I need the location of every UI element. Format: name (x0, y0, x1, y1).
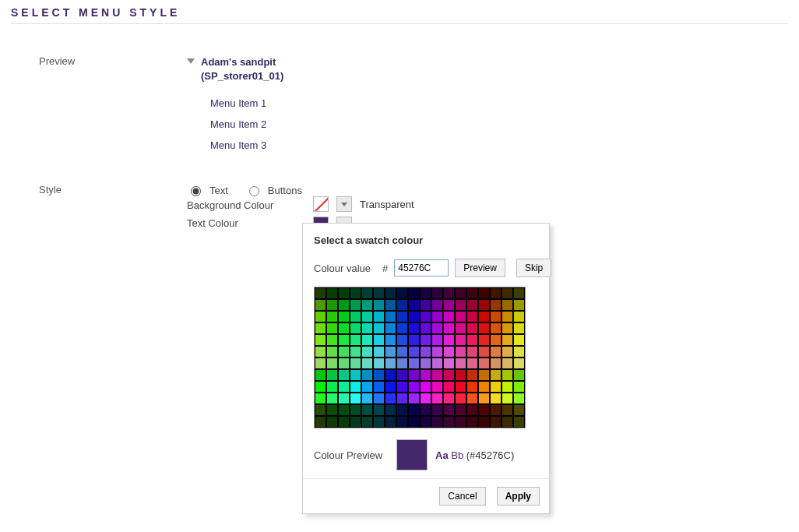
hash-symbol: # (382, 262, 388, 264)
swatch-modal: Select a swatch colour Colour value # Pr… (302, 223, 550, 263)
skip-button[interactable]: Skip (516, 259, 551, 263)
modal-title: Select a swatch colour (314, 234, 538, 246)
radio-buttons[interactable] (249, 186, 259, 196)
style-label: Style (11, 184, 187, 229)
tree-item[interactable]: Menu Item 1 (210, 93, 788, 114)
bg-value-text: Transparent (360, 199, 414, 210)
tree-item[interactable]: Menu Item 2 (210, 114, 788, 135)
radio-buttons-label: Buttons (268, 185, 302, 196)
tree-root-line1: Adam's sandpit (201, 55, 283, 69)
chevron-down-icon (341, 203, 347, 206)
chevron-down-icon[interactable] (187, 58, 195, 64)
background-colour-label: Background Colour (187, 199, 788, 211)
tree-root[interactable]: Adam's sandpit (SP_storer01_01) (187, 55, 788, 83)
tree-root-line2: (SP_storer01_01) (201, 69, 283, 83)
radio-text-label: Text (209, 185, 228, 196)
bg-swatch-transparent[interactable] (313, 196, 329, 212)
preview-label: Preview (11, 55, 187, 156)
section-title: SELECT MENU STYLE (11, 3, 788, 24)
radio-text[interactable] (191, 186, 201, 196)
colour-value-label: Colour value (314, 262, 376, 264)
tree-item[interactable]: Menu Item 3 (210, 135, 788, 156)
hex-input[interactable] (394, 259, 449, 263)
bg-swatch-dropdown[interactable] (336, 196, 352, 212)
preview-button[interactable]: Preview (455, 259, 505, 263)
